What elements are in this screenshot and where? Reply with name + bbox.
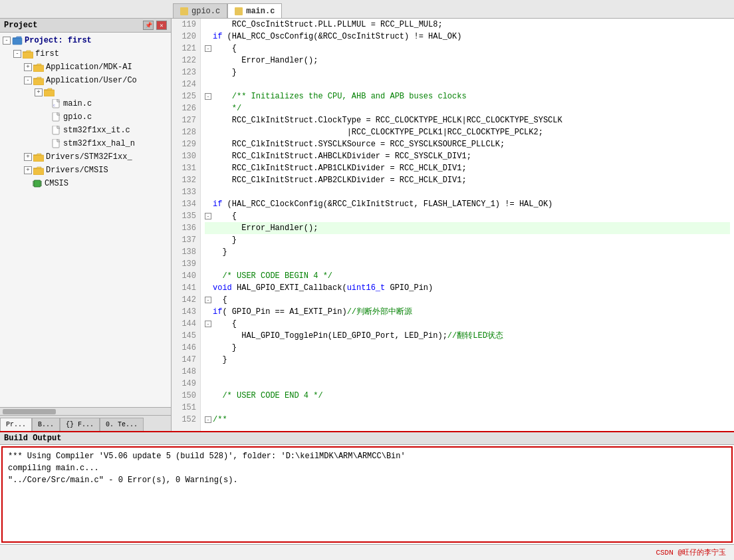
code-line-127[interactable]: RCC_ClkInitStruct.ClockType = RCC_CLOCKT… xyxy=(205,114,730,126)
code-line-145[interactable]: HAL_GPIO_TogglePin(LED_GPIO_Port, LED_Pi… xyxy=(205,330,730,342)
no-collapse-150 xyxy=(205,390,213,402)
tree-drivers-stm[interactable]: + Drivers/STM32F1xx_ xyxy=(0,150,171,164)
h-scrollbar[interactable] xyxy=(0,407,171,415)
panel-tab-template[interactable]: 0. Te... xyxy=(100,418,144,431)
collapse-icon-142[interactable]: - xyxy=(205,297,211,303)
no-collapse-134 xyxy=(205,198,213,210)
no-collapse-147 xyxy=(205,354,213,366)
tree-drivers-cmsis[interactable]: + Drivers/CMSIS xyxy=(0,164,171,177)
expand-drivers-stm[interactable]: + xyxy=(24,153,32,161)
tree-main-c[interactable]: c main.c xyxy=(0,97,171,110)
code-line-147[interactable]: } xyxy=(205,354,730,366)
code-line-135[interactable]: - { xyxy=(205,210,730,222)
code-line-134[interactable]: if (HAL_RCC_ClockConfig(&RCC_ClkInitStru… xyxy=(205,198,730,210)
expand-mdk-ai[interactable]: + xyxy=(24,63,32,71)
code-line-142[interactable]: - { xyxy=(205,294,730,306)
code-line-150[interactable]: /* USER CODE END 4 */ xyxy=(205,390,730,402)
panel-tab-func[interactable]: {} F... xyxy=(60,418,100,431)
code-line-129[interactable]: RCC_ClkInitStruct.SYSCLKSource = RCC_SYS… xyxy=(205,138,730,150)
expand-user-co[interactable]: - xyxy=(24,76,32,84)
code-line-152[interactable]: -/** xyxy=(205,414,730,426)
code-scroll[interactable]: 1191201211221231241251261271281291301311… xyxy=(172,19,734,431)
code-line-121[interactable]: - { xyxy=(205,43,730,55)
gpio-c-label: gpio.c xyxy=(63,111,92,123)
close-panel-button[interactable]: ✕ xyxy=(156,21,167,30)
tree-user-sub[interactable]: + xyxy=(0,87,171,97)
panel-tab-project[interactable]: Pr... xyxy=(0,418,32,431)
tree-gpio-c[interactable]: gpio.c xyxy=(0,110,171,124)
code-line-122[interactable]: Error_Handler(); xyxy=(205,55,730,67)
tree-user-co[interactable]: - Application/User/Co xyxy=(0,74,171,87)
h-scrollbar-thumb[interactable] xyxy=(3,409,56,414)
tree-first[interactable]: - first xyxy=(0,47,171,61)
code-line-141[interactable]: void HAL_GPIO_EXTI_Callback(uint16_t GPI… xyxy=(205,282,730,294)
watermark-label: CSDN @旺仔的李宁玉 xyxy=(656,547,726,557)
expand-first[interactable]: - xyxy=(13,50,21,58)
expand-drivers-cmsis[interactable]: + xyxy=(24,166,32,174)
build-output-header: Build Output xyxy=(0,432,734,445)
pin-button[interactable]: 📌 xyxy=(143,21,154,30)
collapse-icon-135[interactable]: - xyxy=(205,213,211,219)
code-line-136[interactable]: Error_Handler(); xyxy=(205,222,730,234)
tree-project-root[interactable]: - Project: first xyxy=(0,34,171,47)
code-line-140[interactable]: /* USER CODE BEGIN 4 */ xyxy=(205,270,730,282)
gpio-file-icon xyxy=(180,7,188,15)
tree-mdk-ai[interactable]: + Application/MDK-AI xyxy=(0,61,171,74)
svg-rect-2 xyxy=(23,52,33,59)
code-line-119[interactable]: RCC_OscInitStruct.PLL.PLLMUL = RCC_PLL_M… xyxy=(205,19,730,31)
code-content[interactable]: RCC_OscInitStruct.PLL.PLLMUL = RCC_PLL_M… xyxy=(201,19,734,431)
code-line-148[interactable] xyxy=(205,366,730,378)
code-line-123[interactable]: } xyxy=(205,67,730,78)
code-line-124[interactable] xyxy=(205,78,730,90)
code-line-126[interactable]: */ xyxy=(205,102,730,114)
panel-tab-books-label: B... xyxy=(38,421,54,428)
no-collapse-132 xyxy=(205,174,213,186)
tab-main[interactable]: main.c xyxy=(227,3,282,18)
collapse-icon-125[interactable]: - xyxy=(205,93,211,100)
code-line-144[interactable]: - { xyxy=(205,318,730,330)
collapse-icon-152[interactable]: - xyxy=(205,416,211,423)
no-collapse-143 xyxy=(205,306,213,318)
code-line-125[interactable]: - /** Initializes the CPU, AHB and APB b… xyxy=(205,90,730,102)
collapse-icon-144[interactable]: - xyxy=(205,321,211,327)
panel-tab-books[interactable]: B... xyxy=(32,418,60,431)
build-output-panel: Build Output *** Using Compiler 'V5.06 u… xyxy=(0,431,734,544)
code-line-137[interactable]: } xyxy=(205,234,730,246)
code-line-143[interactable]: if( GPIO_Pin == A1_EXTI_Pin)//判断外部中断源 xyxy=(205,306,730,318)
expand-root[interactable]: - xyxy=(3,37,11,45)
code-line-133[interactable] xyxy=(205,186,730,198)
svg-rect-0 xyxy=(13,38,22,45)
code-line-130[interactable]: RCC_ClkInitStruct.AHBCLKDivider = RCC_SY… xyxy=(205,150,730,162)
code-line-149[interactable] xyxy=(205,378,730,390)
svg-text:c: c xyxy=(53,104,55,108)
tree-hal-c[interactable]: stm32f1xx_hal_n xyxy=(0,137,171,150)
svg-marker-1 xyxy=(13,37,21,38)
folder-userco-icon xyxy=(33,76,44,85)
folder-first-icon xyxy=(23,50,33,59)
svg-rect-8 xyxy=(44,90,55,96)
tab-gpio[interactable]: gpio.c xyxy=(173,3,227,18)
tree-cmsis-chip[interactable]: CMSIS xyxy=(0,177,171,190)
svg-rect-19 xyxy=(33,155,44,162)
build-output-content[interactable]: *** Using Compiler 'V5.06 update 5 (buil… xyxy=(1,446,733,543)
svg-rect-21 xyxy=(33,168,44,175)
code-line-128[interactable]: |RCC_CLOCKTYPE_PCLK1|RCC_CLOCKTYPE_PCLK2… xyxy=(205,126,730,138)
no-collapse-146 xyxy=(205,342,213,354)
svg-marker-5 xyxy=(33,64,41,65)
code-line-132[interactable]: RCC_ClkInitStruct.APB2CLKDivider = RCC_H… xyxy=(205,174,730,186)
code-line-151[interactable] xyxy=(205,402,730,414)
expand-user-sub[interactable]: + xyxy=(35,88,43,96)
code-line-139[interactable] xyxy=(205,258,730,270)
no-collapse-123 xyxy=(205,67,213,78)
svg-rect-4 xyxy=(33,65,44,72)
folder-cmsis-icon xyxy=(33,166,44,175)
code-line-138[interactable]: } xyxy=(205,246,730,258)
code-line-131[interactable]: RCC_ClkInitStruct.APB1CLKDivider = RCC_H… xyxy=(205,162,730,174)
no-collapse-127 xyxy=(205,114,213,126)
code-line-146[interactable]: } xyxy=(205,342,730,354)
cmsis-chip-label: CMSIS xyxy=(45,178,68,190)
code-line-120[interactable]: if (HAL_RCC_OscConfig(&RCC_OscInitStruct… xyxy=(205,31,730,43)
collapse-icon-121[interactable]: - xyxy=(205,45,211,52)
folder-drivers-icon xyxy=(33,153,44,162)
tree-it-c[interactable]: stm32f1xx_it.c xyxy=(0,124,171,137)
